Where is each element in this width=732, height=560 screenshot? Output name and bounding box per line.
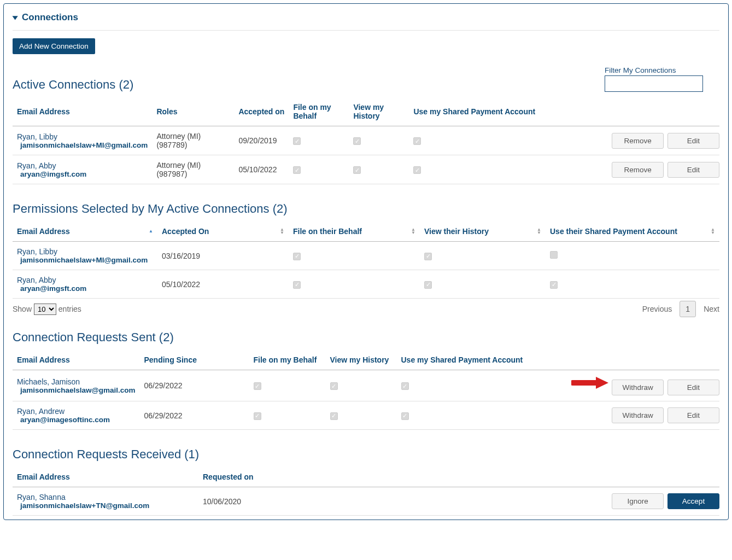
column-header[interactable]: Accepted On ▲▼ [157,221,289,242]
person-name: Ryan, Shanna [17,493,194,501]
sort-icon: ▲ [149,230,153,233]
checkbox-icon: ✓ [254,382,261,390]
edit-button[interactable]: Edit [667,380,719,395]
column-header[interactable]: Use my Shared Payment Account [409,97,605,126]
checkbox-icon: ✓ [254,412,261,420]
checkbox-icon: ✓ [424,253,432,260]
permissions-title: Permissions Selected by My Active Connec… [13,202,719,216]
edit-button[interactable]: Edit [667,162,719,178]
checkbox-icon: ✓ [353,137,361,145]
requested-cell: 10/06/2020 [198,487,605,516]
edit-button[interactable]: Edit [667,133,719,149]
permissions-table: Email Address ▲ Accepted On ▲▼ File on t… [13,221,719,299]
requests-received-table: Email Address Requested on Ryan, Shanna … [13,467,719,516]
person-email: aryan@imgsft.com [17,170,148,178]
column-header[interactable]: View my History [349,97,409,126]
checkbox-icon [550,251,558,259]
checkbox-icon: ✓ [424,281,432,289]
sort-icon: ▲▼ [537,228,541,235]
page-number[interactable]: 1 [680,301,696,317]
checkbox-icon: ✓ [413,137,421,145]
filter-label: Filter My Connections [605,66,703,74]
edit-button[interactable]: Edit [667,407,719,423]
active-connections-table: Email Address Roles Accepted on File on … [13,97,719,184]
column-header[interactable]: Email Address [13,350,140,370]
previous-page[interactable]: Previous [642,305,672,313]
column-header[interactable]: Email Address ▲ [13,221,157,242]
requests-sent-table: Email Address Pending Since File on my B… [13,350,719,430]
person-name: Ryan, Andrew [17,407,136,416]
role-cell: Attorney (MI) (987789) [152,126,234,155]
checkbox-icon: ✓ [401,412,409,420]
person-email: jamisonmichaelslaw+MI@gmail.com [17,256,153,264]
column-header[interactable]: Requested on [198,467,605,487]
entries-label: entries [58,305,81,313]
person-email: jamisonmichaelslaw@gmail.com [17,386,136,394]
column-header[interactable]: Pending Since [140,350,249,370]
withdraw-button[interactable]: Withdraw [612,380,664,395]
panel-title: Connections [22,12,78,23]
chevron-down-icon: ▾ [13,13,17,21]
checkbox-icon: ✓ [293,166,301,174]
pending-cell: 06/29/2022 [140,370,249,401]
table-row: Ryan, Abby aryan@imgsft.com Attorney (MI… [13,155,719,184]
person-email: jamisonmichaelslaw+MI@gmail.com [17,141,148,149]
withdraw-button[interactable]: Withdraw [612,407,664,423]
table-row: Ryan, Shanna jamisonmichaelslaw+TN@gmail… [13,487,719,516]
column-header[interactable]: Use their Shared Payment Account ▲▼ [546,221,719,242]
accepted-cell: 05/10/2022 [157,270,289,299]
panel-header[interactable]: ▾ Connections [13,11,719,31]
person-email: aryan@imgsft.com [17,284,153,293]
remove-button[interactable]: Remove [612,133,664,149]
column-header[interactable]: Roles [152,97,234,126]
ignore-button[interactable]: Ignore [612,493,664,509]
column-header [605,467,719,487]
sort-icon: ▲▼ [280,228,284,235]
column-header[interactable]: Accepted on [234,97,289,126]
checkbox-icon: ✓ [330,382,338,390]
column-header[interactable]: Email Address [13,467,198,487]
column-header[interactable]: File on my Behalf [249,350,326,370]
checkbox-icon: ✓ [330,412,338,420]
pending-cell: 06/29/2022 [140,401,249,430]
accepted-cell: 09/20/2019 [234,126,289,155]
active-connections-title: Active Connections (2) [13,78,133,92]
annotation-arrow-icon [571,376,610,390]
sort-icon: ▲▼ [711,228,715,235]
column-header[interactable]: View their History ▲▼ [420,221,546,242]
column-header[interactable]: File on my Behalf [289,97,349,126]
checkbox-icon: ✓ [293,137,301,145]
column-header[interactable]: File on their Behalf ▲▼ [289,221,420,242]
next-page[interactable]: Next [704,305,719,313]
remove-button[interactable]: Remove [612,162,664,178]
person-email: aryan@imagesoftinc.com [17,416,136,424]
connections-panel: ▾ Connections Add New Connection Active … [3,3,729,520]
accepted-cell: 05/10/2022 [234,155,289,184]
requests-sent-title: Connection Requests Sent (2) [13,330,719,345]
table-row: Ryan, Libby jamisonmichaelslaw+MI@gmail.… [13,126,719,155]
permissions-pager: Show 10 entries Previous 1 Next [13,301,719,317]
role-cell: Attorney (MI) (987987) [152,155,234,184]
accept-button[interactable]: Accept [667,493,719,509]
checkbox-icon: ✓ [550,281,558,289]
person-name: Ryan, Abby [17,161,148,170]
person-name: Ryan, Abby [17,276,153,284]
column-header[interactable]: View my History [326,350,397,370]
table-row: Ryan, Andrew aryan@imagesoftinc.com 06/2… [13,401,719,430]
person-name: Ryan, Libby [17,247,153,256]
filter-connections-input[interactable] [605,75,703,92]
checkbox-icon: ✓ [413,166,421,174]
person-name: Ryan, Libby [17,132,148,141]
entries-select[interactable]: 10 [34,304,56,315]
column-header [555,350,719,370]
table-row: Ryan, Libby jamisonmichaelslaw+MI@gmail.… [13,242,719,270]
column-header [605,97,719,126]
checkbox-icon: ✓ [293,253,301,260]
checkbox-icon: ✓ [401,382,409,390]
checkbox-icon: ✓ [293,281,301,289]
column-header[interactable]: Email Address [13,97,152,126]
person-name: Michaels, Jamison [17,377,136,386]
checkbox-icon: ✓ [353,166,361,174]
column-header[interactable]: Use my Shared Payment Account [397,350,556,370]
add-new-connection-button[interactable]: Add New Connection [13,38,95,54]
